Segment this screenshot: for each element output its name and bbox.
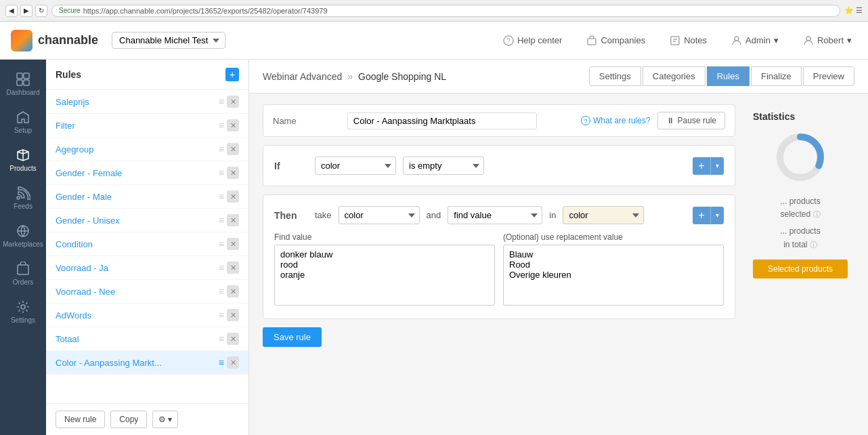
what-are-rules-link[interactable]: ? What are rules? <box>581 116 651 125</box>
svg-rect-3 <box>671 37 679 45</box>
then-row: Then take color and find value in color <box>274 206 724 224</box>
rules-list: Saleprijs ≡ ✕ Filter ≡ ✕ Agegroup ≡ ✕ <box>46 90 248 403</box>
rule-name-totaal: Totaal <box>56 334 79 344</box>
companies-link[interactable]: Companies <box>581 33 651 49</box>
delete-rule-gender-male[interactable]: ✕ <box>227 190 239 203</box>
if-field-select[interactable]: color <box>315 157 396 175</box>
opt-value-textarea[interactable]: Blauw Rood Overige kleuren <box>503 245 724 306</box>
rule-actions-agegroup: ≡ ✕ <box>219 143 239 155</box>
rule-item-gender-male[interactable]: Gender - Male ≡ ✕ <box>46 185 248 209</box>
rule-item-voorraad-ja[interactable]: Voorraad - Ja ≡ ✕ <box>46 256 248 280</box>
rule-name-input[interactable] <box>347 112 537 129</box>
sidebar-item-settings[interactable]: Settings <box>0 294 46 329</box>
tab-rules[interactable]: Rules <box>707 66 750 86</box>
rule-item-gender-female[interactable]: Gender - Female ≡ ✕ <box>46 161 248 185</box>
gear-button[interactable]: ⚙ ▾ <box>152 411 178 428</box>
browser-icons: ⭐ ☰ <box>844 6 863 15</box>
rule-item-condition[interactable]: Condition ≡ ✕ <box>46 232 248 256</box>
delete-rule-gender-unisex[interactable]: ✕ <box>227 214 239 226</box>
rule-item-adwords[interactable]: AdWords ≡ ✕ <box>46 304 248 327</box>
rule-item-color[interactable]: Color - Aanpassing Markt... ≡ ✕ <box>46 351 248 375</box>
drag-icon-condition: ≡ <box>219 239 224 249</box>
logo-text: channable <box>38 33 98 47</box>
save-rule-button[interactable]: Save rule <box>263 327 322 347</box>
delete-rule-gender-female[interactable]: ✕ <box>227 167 239 179</box>
new-rule-button[interactable]: New rule <box>56 411 105 428</box>
gear-icon: ⚙ <box>158 415 166 424</box>
if-condition-select[interactable]: is empty <box>403 157 484 175</box>
drag-icon-gender-female: ≡ <box>219 167 224 178</box>
statistics-title: Statistics <box>753 111 795 122</box>
rule-item-totaal[interactable]: Totaal ≡ ✕ <box>46 327 248 351</box>
url-text: https://app.channable.com/projects/13652… <box>83 7 328 15</box>
drag-icon-gender-unisex: ≡ <box>219 215 224 226</box>
gear-arrow: ▾ <box>168 415 172 424</box>
then-action-select[interactable]: find value <box>448 206 542 224</box>
sidebar-item-feeds[interactable]: Feeds <box>0 180 46 215</box>
pause-rule-button[interactable]: ⏸ Pause rule <box>657 112 725 129</box>
delete-rule-condition[interactable]: ✕ <box>227 238 239 250</box>
then-add-arrow-button[interactable]: ▾ <box>710 207 724 224</box>
if-add-btn-group: + ▾ <box>693 157 724 175</box>
account-selector[interactable]: Channable Michel Test <box>112 32 225 49</box>
if-add-arrow-button[interactable]: ▾ <box>710 157 724 175</box>
delete-rule-adwords[interactable]: ✕ <box>227 309 239 321</box>
sidebar-item-marketplaces[interactable]: Marketplaces <box>0 218 46 253</box>
rule-name-agegroup: Agegroup <box>56 144 93 154</box>
sidebar-item-products[interactable]: Products <box>0 142 46 178</box>
copy-button[interactable]: Copy <box>110 411 147 428</box>
admin-link[interactable]: Admin ▾ <box>726 33 784 49</box>
delete-rule-voorraad-nee[interactable]: ✕ <box>227 285 239 297</box>
rule-actions-gender-female: ≡ ✕ <box>219 167 239 179</box>
delete-rule-voorraad-ja[interactable]: ✕ <box>227 262 239 274</box>
rule-item-agegroup[interactable]: Agegroup ≡ ✕ <box>46 138 248 161</box>
rule-actions-voorraad-ja: ≡ ✕ <box>219 262 239 274</box>
browser-controls[interactable]: ◀ ▶ ↻ <box>5 5 47 17</box>
sidebar-item-dashboard[interactable]: Dashboard <box>0 66 46 102</box>
rule-actions-gender-male: ≡ ✕ <box>219 190 239 203</box>
rule-item-saleprijs[interactable]: Saleprijs ≡ ✕ <box>46 90 248 114</box>
rule-actions-gender-unisex: ≡ ✕ <box>219 214 239 226</box>
rule-item-gender-unisex[interactable]: Gender - Unisex ≡ ✕ <box>46 209 248 232</box>
svg-rect-8 <box>17 80 22 85</box>
delete-rule-color[interactable]: ✕ <box>227 356 239 369</box>
then-and-word: and <box>427 210 441 220</box>
rule-actions-color: ≡ ✕ <box>219 356 239 369</box>
then-add-button[interactable]: + <box>693 207 710 224</box>
then-field-select[interactable]: color <box>339 206 420 224</box>
address-bar[interactable]: Secure https://app.channable.com/project… <box>51 5 840 17</box>
sidebar-label-settings: Settings <box>11 316 35 324</box>
tab-settings[interactable]: Settings <box>589 66 641 86</box>
svg-rect-2 <box>588 39 596 45</box>
back-btn[interactable]: ◀ <box>5 5 18 17</box>
then-in-word: in <box>549 210 556 220</box>
rule-item-voorraad-nee[interactable]: Voorraad - Nee ≡ ✕ <box>46 280 248 304</box>
svg-text:?: ? <box>506 37 511 45</box>
user-link[interactable]: Robert ▾ <box>798 33 857 49</box>
tab-finalize[interactable]: Finalize <box>751 66 802 86</box>
sidebar-item-orders[interactable]: Orders <box>0 256 46 291</box>
find-value-textarea[interactable]: donker blauw rood oranje <box>274 245 495 306</box>
drag-icon-gender-male: ≡ <box>219 191 224 202</box>
delete-rule-filter[interactable]: ✕ <box>227 119 239 131</box>
tab-preview[interactable]: Preview <box>803 66 854 86</box>
then-in-field-select[interactable]: color <box>563 206 644 224</box>
delete-rule-agegroup[interactable]: ✕ <box>227 143 239 155</box>
tab-navigation: Settings Categories Rules Finalize Previ… <box>589 66 854 86</box>
stats-info-icon-1: ⓘ <box>813 210 821 218</box>
rule-item-filter[interactable]: Filter ≡ ✕ <box>46 114 248 138</box>
if-add-button[interactable]: + <box>693 157 710 175</box>
selected-products-button[interactable]: Selected products <box>753 260 848 278</box>
rules-footer: New rule Copy ⚙ ▾ <box>46 403 248 435</box>
rule-name-gender-male: Gender - Male <box>56 192 112 202</box>
refresh-btn[interactable]: ↻ <box>35 5 47 17</box>
name-label: Name <box>273 116 297 126</box>
forward-btn[interactable]: ▶ <box>20 5 32 17</box>
sidebar-item-setup[interactable]: Setup <box>0 104 46 140</box>
delete-rule-saleprijs[interactable]: ✕ <box>227 96 239 108</box>
tab-categories[interactable]: Categories <box>643 66 706 86</box>
notes-link[interactable]: Notes <box>664 33 712 49</box>
delete-rule-totaal[interactable]: ✕ <box>227 333 239 345</box>
help-center-link[interactable]: ? Help center <box>498 33 567 49</box>
rules-add-button[interactable]: + <box>225 68 239 81</box>
